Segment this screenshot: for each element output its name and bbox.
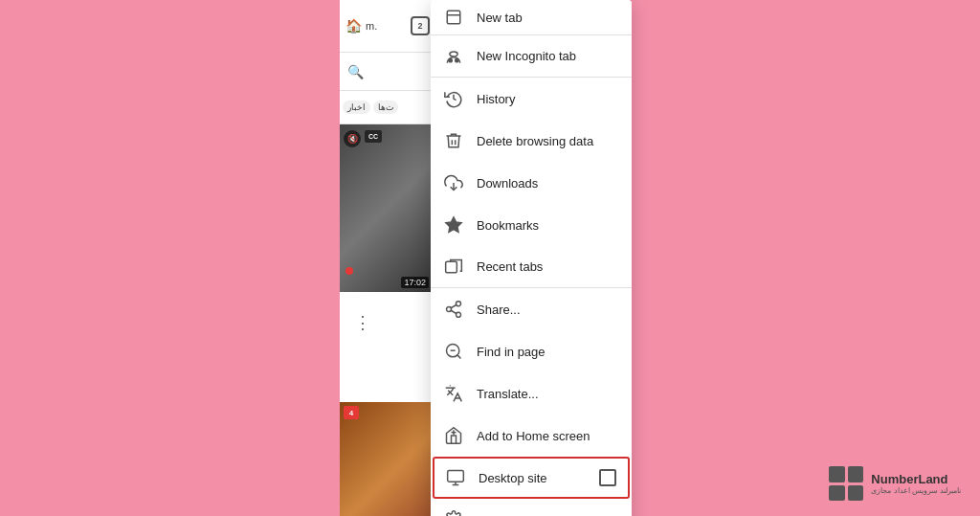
- desktop-site-checkbox[interactable]: [599, 469, 616, 486]
- menu-item-history-label: History: [477, 92, 515, 106]
- menu-item-recent-tabs[interactable]: Recent tabs: [431, 246, 632, 288]
- svg-point-2: [450, 52, 457, 56]
- video-thumbnail-1[interactable]: 🔇 CC 17:02: [340, 124, 433, 292]
- video-timestamp: 17:02: [401, 277, 429, 288]
- menu-item-new-tab-label: New tab: [477, 11, 523, 25]
- svg-line-14: [457, 355, 461, 359]
- search-bar[interactable]: 🔍: [340, 53, 435, 91]
- find-icon: [444, 342, 463, 361]
- menu-item-settings[interactable]: Settings: [431, 501, 632, 516]
- search-icon: 🔍: [347, 64, 364, 79]
- add-home-icon: [444, 426, 463, 445]
- menu-item-delete-browsing-label: Delete browsing data: [477, 134, 593, 148]
- svg-point-8: [457, 302, 461, 306]
- menu-item-new-incognito[interactable]: New Incognito tab: [431, 35, 632, 78]
- tags-row: اخبار ت‌ها: [340, 91, 435, 124]
- settings-icon: [444, 510, 463, 516]
- svg-line-12: [451, 304, 457, 307]
- menu-item-new-incognito-label: New Incognito tab: [477, 49, 576, 63]
- red-dot: [345, 267, 353, 275]
- downloads-icon: [444, 173, 463, 192]
- dropdown-menu: New tab New Incognito tab History: [431, 0, 632, 516]
- svg-point-4: [456, 58, 458, 61]
- svg-point-3: [449, 58, 452, 61]
- delete-icon: [444, 131, 463, 150]
- tag-1[interactable]: اخبار: [343, 101, 370, 114]
- watermark-text-block: NumberLand نامبرلند سرویس اعداد مجازی: [871, 472, 961, 495]
- recent-tabs-icon: [444, 258, 463, 277]
- menu-item-find-in-page-label: Find in page: [477, 345, 546, 359]
- address-bar: 🏠 m. 2: [340, 0, 435, 53]
- logo-cell-1: [829, 466, 845, 482]
- menu-item-desktop-site-label: Desktop site: [479, 471, 599, 485]
- svg-rect-0: [447, 11, 460, 24]
- tab-label: m.: [366, 20, 407, 32]
- menu-item-settings-label: Settings: [477, 513, 522, 517]
- video-thumbnail-2[interactable]: 4: [340, 402, 433, 516]
- menu-item-translate-label: Translate...: [477, 387, 539, 401]
- logo-cell-3: [829, 485, 845, 502]
- share-icon: [444, 300, 463, 319]
- menu-item-delete-browsing[interactable]: Delete browsing data: [431, 120, 632, 162]
- bookmarks-icon: [444, 215, 463, 235]
- watermark-subtitle: نامبرلند سرویس اعداد مجازی: [871, 486, 961, 495]
- menu-item-desktop-site[interactable]: Desktop site: [433, 457, 630, 499]
- menu-item-history[interactable]: History: [431, 78, 632, 120]
- desktop-icon: [446, 468, 465, 487]
- logo-cell-2: [848, 466, 864, 482]
- menu-item-share[interactable]: Share...: [431, 288, 632, 330]
- overflow-menu-trigger[interactable]: ⋮: [352, 308, 371, 337]
- menu-item-new-tab[interactable]: New tab: [431, 0, 632, 35]
- menu-item-find-in-page[interactable]: Find in page: [431, 330, 632, 372]
- menu-item-add-home-label: Add to Home screen: [477, 429, 590, 443]
- translate-icon: [444, 384, 463, 403]
- watermark-title: NumberLand: [871, 472, 961, 486]
- menu-item-share-label: Share...: [477, 303, 521, 317]
- svg-rect-18: [448, 471, 464, 482]
- menu-item-recent-tabs-label: Recent tabs: [477, 259, 543, 274]
- incognito-icon: [444, 47, 463, 66]
- svg-line-11: [451, 310, 457, 313]
- svg-point-10: [457, 312, 461, 317]
- home-icon[interactable]: 🏠: [345, 18, 362, 34]
- mute-icon: 🔇: [344, 130, 361, 147]
- new-tab-icon: [444, 8, 463, 27]
- tab-count-badge[interactable]: 2: [411, 16, 430, 35]
- video-2-badge: 4: [344, 406, 359, 419]
- history-icon: [444, 89, 463, 108]
- svg-point-9: [447, 307, 452, 312]
- svg-rect-7: [446, 261, 457, 273]
- watermark: NumberLand نامبرلند سرویس اعداد مجازی: [829, 466, 961, 501]
- tag-2[interactable]: ت‌ها: [373, 101, 398, 114]
- menu-item-downloads[interactable]: Downloads: [431, 162, 632, 204]
- svg-marker-6: [446, 217, 462, 233]
- watermark-logo: [829, 466, 863, 501]
- cc-badge: CC: [365, 130, 382, 143]
- menu-item-bookmarks[interactable]: Bookmarks: [431, 204, 632, 246]
- logo-cell-4: [848, 485, 864, 502]
- menu-item-translate[interactable]: Translate...: [431, 372, 632, 415]
- menu-item-bookmarks-label: Bookmarks: [477, 218, 539, 233]
- menu-item-downloads-label: Downloads: [477, 176, 538, 191]
- menu-item-add-home[interactable]: Add to Home screen: [431, 415, 632, 457]
